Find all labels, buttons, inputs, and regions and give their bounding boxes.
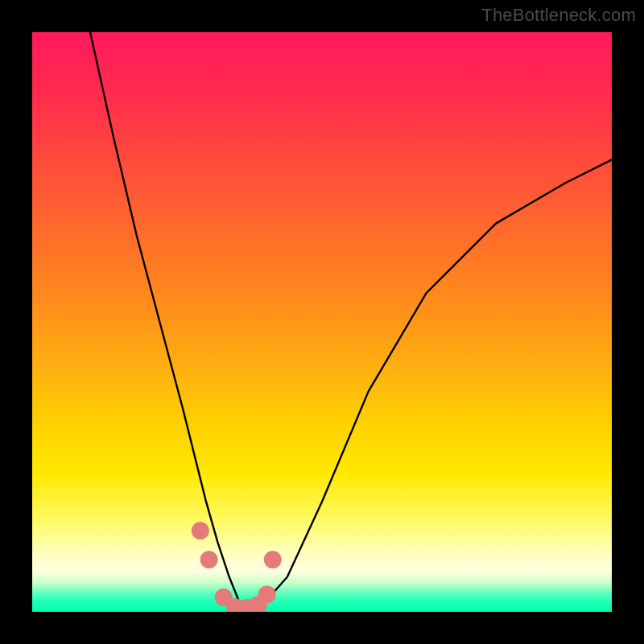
curve-layer xyxy=(32,32,612,612)
marker-dot xyxy=(200,551,218,568)
highlighted-points xyxy=(192,522,282,612)
chart-frame: TheBottleneck.com xyxy=(0,0,644,644)
bottleneck-curve xyxy=(90,32,612,609)
curve-path xyxy=(90,32,612,609)
marker-dot xyxy=(264,551,282,568)
plot-area xyxy=(32,32,612,612)
marker-dot xyxy=(258,585,276,603)
watermark-text: TheBottleneck.com xyxy=(481,5,636,26)
marker-dot xyxy=(192,522,209,539)
